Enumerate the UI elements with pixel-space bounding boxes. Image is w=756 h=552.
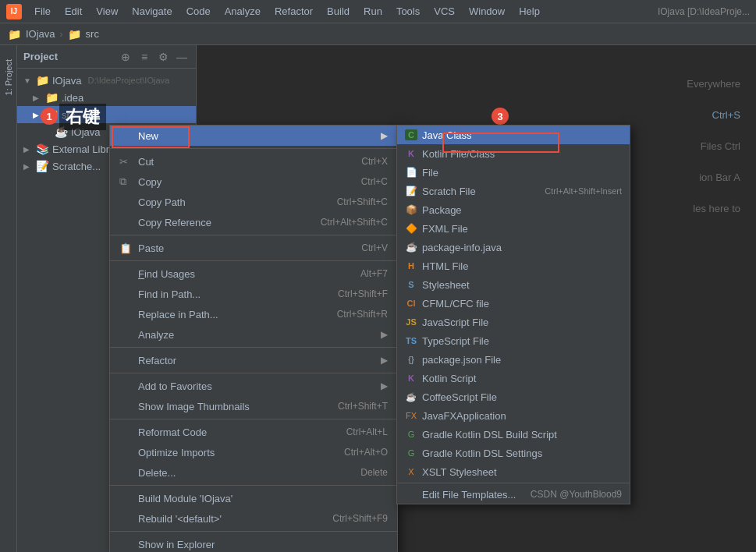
annotation-badge-1: 1: [41, 108, 58, 125]
ctx-replace-path[interactable]: Replace in Path... Ctrl+Shift+R: [110, 304, 397, 324]
annotation-chinese: 右键: [59, 104, 106, 130]
ctx-new[interactable]: New ▶: [110, 126, 397, 146]
sub-js-icon: JS: [405, 316, 417, 328]
breadcrumb-src[interactable]: src: [86, 28, 99, 40]
panel-icon-sort[interactable]: ≡: [137, 49, 152, 65]
sub-kotlin-script[interactable]: K Kotlin Script: [397, 369, 630, 387]
ctx-show-thumbnails-shortcut: Ctrl+Shift+T: [338, 401, 388, 412]
sub-scratch[interactable]: 📝 Scratch File Ctrl+Alt+Shift+Insert: [397, 182, 630, 200]
breadcrumb-project[interactable]: IOjava: [26, 28, 55, 40]
sub-file[interactable]: 📄 File: [397, 163, 630, 182]
sub-fxml[interactable]: 🔶 FXML File: [397, 219, 630, 238]
csdn-watermark: CSDN @YouthBlood9: [531, 489, 622, 500]
ctx-copy-path-shortcut: Ctrl+Shift+C: [337, 196, 388, 207]
menubar: IJ File Edit View Navigate Code Analyze …: [0, 0, 756, 23]
menu-items: File Edit View Navigate Code Analyze Ref…: [28, 3, 546, 19]
ctx-refactor[interactable]: Refactor ▶: [110, 350, 397, 370]
sub-javafx[interactable]: FX JavaFXApplication: [397, 406, 630, 425]
panel-icon-target[interactable]: ⊕: [118, 49, 133, 65]
hint-ionbar: ion Bar A: [699, 172, 740, 183]
ctx-find-path-shortcut: Ctrl+Shift+F: [338, 288, 388, 299]
menu-code[interactable]: Code: [180, 3, 217, 19]
sub-package[interactable]: 📦 Package: [397, 200, 630, 219]
menu-build[interactable]: Build: [321, 3, 356, 19]
ctx-show-explorer[interactable]: Show in Explorer: [110, 534, 397, 552]
ctx-find-usages-label: Find Usages: [138, 268, 360, 280]
sub-xslt-label: XSLT Stylesheet: [422, 466, 622, 478]
ctx-copy-path[interactable]: Copy Path Ctrl+Shift+C: [110, 192, 397, 212]
sub-cfml-icon: Cl: [405, 297, 417, 310]
breadcrumb-folder-icon: 📁: [8, 28, 21, 41]
ctx-paste[interactable]: 📋 Paste Ctrl+V: [110, 238, 397, 258]
ctx-delete-label: Delete...: [138, 467, 360, 479]
menu-navigate[interactable]: Navigate: [126, 3, 178, 19]
sub-java-class[interactable]: C Java Class: [397, 126, 630, 144]
ctx-reformat[interactable]: Reformat Code Ctrl+Alt+L: [110, 422, 397, 442]
panel-icon-settings[interactable]: ⚙: [155, 49, 171, 65]
ctx-show-explorer-label: Show in Explorer: [138, 539, 388, 550]
sub-package-label: Package: [422, 204, 622, 216]
sub-coffeescript-label: CoffeeScript File: [422, 391, 622, 403]
tree-root[interactable]: ▼ 📁 IOjava D:\IdeaProject\IOjava: [17, 72, 196, 89]
menu-vcs[interactable]: VCS: [428, 3, 461, 19]
ctx-show-thumbnails[interactable]: Show Image Thumbnails Ctrl+Shift+T: [110, 396, 397, 416]
menu-edit[interactable]: Edit: [59, 3, 88, 19]
menu-refactor[interactable]: Refactor: [268, 3, 319, 19]
sub-xslt[interactable]: X XSLT Stylesheet: [397, 462, 630, 481]
sub-file-icon: 📄: [405, 166, 417, 179]
ctx-find-path[interactable]: Find in Path... Ctrl+Shift+F: [110, 284, 397, 304]
panel-icon-minimize[interactable]: —: [174, 49, 190, 65]
sub-js[interactable]: JS JavaScript File: [397, 313, 630, 331]
breadcrumb: 📁 IOjava › 📁 src: [0, 23, 756, 45]
sub-json[interactable]: {} package.json File: [397, 350, 630, 369]
ctx-optimize[interactable]: Optimize Imports Ctrl+Alt+O: [110, 442, 397, 462]
ctx-analyze-arrow: ▶: [381, 329, 388, 340]
sub-kotlin-class[interactable]: K Kotlin File/Class: [397, 144, 630, 163]
sub-ts-label: TypeScript File: [422, 335, 622, 347]
sub-package-info-icon: ☕: [405, 241, 417, 253]
ctx-analyze[interactable]: Analyze ▶: [110, 324, 397, 345]
menu-run[interactable]: Run: [357, 3, 389, 19]
sub-json-icon: {}: [405, 353, 417, 366]
ctx-delete[interactable]: Delete... Delete: [110, 462, 397, 483]
ctx-rebuild[interactable]: Rebuild '<default>' Ctrl+Shift+F9: [110, 508, 397, 529]
sub-edit-templates[interactable]: Edit File Templates... CSDN @YouthBlood9: [397, 485, 630, 504]
sub-gradle-settings[interactable]: G Gradle Kotlin DSL Settings: [397, 444, 630, 462]
hint-ctrl: Ctrl+S: [712, 109, 740, 121]
tree-idea[interactable]: ▶ 📁 .idea: [17, 89, 196, 106]
sub-stylesheet[interactable]: S Stylesheet: [397, 275, 630, 294]
ctx-paste-shortcut: Ctrl+V: [361, 242, 388, 253]
menu-file[interactable]: File: [28, 3, 57, 19]
ctx-reformat-shortcut: Ctrl+Alt+L: [346, 426, 388, 437]
hint-everywhere: Everywhere: [687, 78, 740, 90]
tree-idea-label: .idea: [62, 92, 83, 104]
sub-gradle-build-label: Gradle Kotlin DSL Build Script: [422, 429, 622, 441]
ctx-rebuild-shortcut: Ctrl+Shift+F9: [332, 513, 388, 524]
sub-package-icon: 📦: [405, 203, 417, 216]
menu-window[interactable]: Window: [463, 3, 511, 19]
ctx-copy[interactable]: ⧉ Copy Ctrl+C: [110, 172, 397, 192]
ctx-copy-ref[interactable]: Copy Reference Ctrl+Alt+Shift+C: [110, 212, 397, 232]
menu-analyze[interactable]: Analyze: [218, 3, 267, 19]
ctx-find-usages[interactable]: Find Usages Alt+F7: [110, 264, 397, 284]
annotation-badge-3: 3: [492, 108, 509, 125]
sub-ts[interactable]: TS TypeScript File: [397, 331, 630, 350]
sub-scratch-label: Scratch File: [422, 186, 540, 197]
menu-tools[interactable]: Tools: [390, 3, 426, 19]
sub-gradle-settings-label: Gradle Kotlin DSL Settings: [422, 448, 622, 459]
sub-cfml[interactable]: Cl CFML/CFC file: [397, 294, 630, 313]
menu-help[interactable]: Help: [513, 3, 546, 19]
menu-view[interactable]: View: [90, 3, 124, 19]
ctx-copy-icon: ⧉: [119, 175, 133, 188]
sub-package-info[interactable]: ☕ package-info.java: [397, 238, 630, 257]
sub-gradle-build[interactable]: G Gradle Kotlin DSL Build Script: [397, 425, 630, 444]
ctx-cut[interactable]: ✂ Cut Ctrl+X: [110, 151, 397, 172]
ctx-build-module[interactable]: Build Module 'IOjava': [110, 488, 397, 508]
ctx-add-favorites[interactable]: Add to Favorites ▶: [110, 376, 397, 396]
sub-kotlin-script-label: Kotlin Script: [422, 373, 622, 384]
sub-html[interactable]: H HTML File: [397, 257, 630, 275]
tree-scratches-label: Scratche...: [52, 161, 101, 172]
ctx-cut-shortcut: Ctrl+X: [361, 156, 388, 167]
sub-coffeescript[interactable]: ☕ CoffeeScript File: [397, 387, 630, 406]
side-tab-project[interactable]: 1: Project: [2, 53, 15, 101]
